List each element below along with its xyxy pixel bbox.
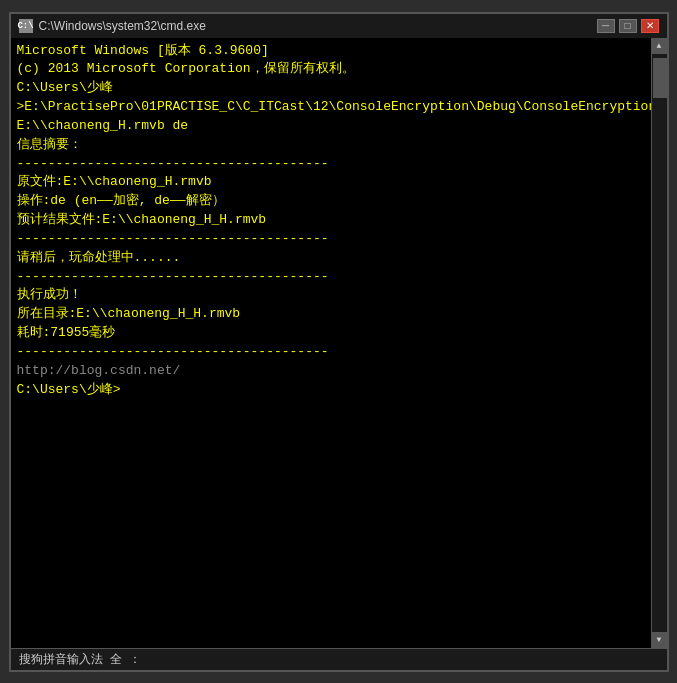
maximize-button[interactable]: □ xyxy=(619,19,637,33)
window-title: C:\Windows\system32\cmd.exe xyxy=(39,19,206,33)
cmd-window: C:\ C:\Windows\system32\cmd.exe ─ □ ✕ Mi… xyxy=(9,12,669,672)
terminal-line: ---------------------------------------- xyxy=(17,268,645,287)
terminal-line: 预计结果文件:E:\\chaoneng_H_H.rmvb xyxy=(17,211,645,230)
content-area: Microsoft Windows [版本 6.3.9600](c) 2013 … xyxy=(11,38,667,648)
terminal-line: 原文件:E:\\chaoneng_H.rmvb xyxy=(17,173,645,192)
terminal-line: 信息摘要： xyxy=(17,136,645,155)
title-bar: C:\ C:\Windows\system32\cmd.exe ─ □ ✕ xyxy=(11,14,667,38)
terminal-line: 所在目录:E:\\chaoneng_H_H.rmvb xyxy=(17,305,645,324)
terminal-line: C:\Users\少峰>E:\PractisePro\01PRACTISE_C\… xyxy=(17,79,645,136)
terminal-line: 操作:de (en——加密, de——解密） xyxy=(17,192,645,211)
ime-status: 搜狗拼音输入法 全 ： xyxy=(19,651,141,668)
scroll-up-arrow[interactable]: ▲ xyxy=(651,38,667,54)
terminal-line: ---------------------------------------- xyxy=(17,155,645,174)
scroll-track[interactable] xyxy=(652,54,667,632)
terminal-line: ---------------------------------------- xyxy=(17,343,645,362)
window-icon: C:\ xyxy=(19,19,33,33)
terminal-line: (c) 2013 Microsoft Corporation，保留所有权利。 xyxy=(17,60,645,79)
terminal-line: 请稍后，玩命处理中...... xyxy=(17,249,645,268)
terminal-line: C:\Users\少峰> xyxy=(17,381,645,400)
terminal-line: Microsoft Windows [版本 6.3.9600] xyxy=(17,42,645,61)
terminal-line: http://blog.csdn.net/ xyxy=(17,362,645,381)
close-button[interactable]: ✕ xyxy=(641,19,659,33)
terminal-line: ---------------------------------------- xyxy=(17,230,645,249)
scrollbar[interactable]: ▲ ▼ xyxy=(651,38,667,648)
title-bar-left: C:\ C:\Windows\system32\cmd.exe xyxy=(19,19,206,33)
terminal-output[interactable]: Microsoft Windows [版本 6.3.9600](c) 2013 … xyxy=(11,38,651,648)
minimize-button[interactable]: ─ xyxy=(597,19,615,33)
scroll-down-arrow[interactable]: ▼ xyxy=(651,632,667,648)
terminal-line: 耗时:71955毫秒 xyxy=(17,324,645,343)
scroll-thumb[interactable] xyxy=(653,58,667,98)
window-controls: ─ □ ✕ xyxy=(597,19,659,33)
status-bar: 搜狗拼音输入法 全 ： xyxy=(11,648,667,670)
terminal-line: 执行成功！ xyxy=(17,286,645,305)
